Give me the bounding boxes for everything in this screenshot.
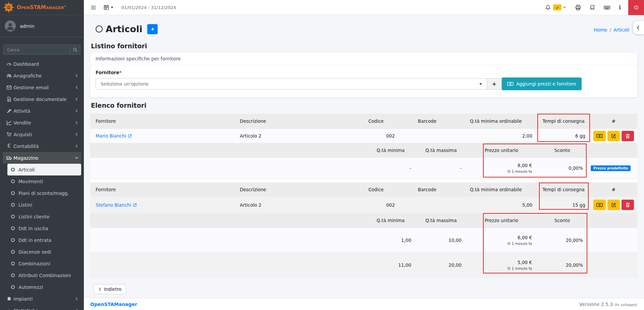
add-price-supplier-button[interactable]: Aggiungi prezzi e fornitore — [502, 78, 582, 90]
navbar-right-group: i — [545, 0, 644, 15]
updated-timestamp: 1 minuto fa — [507, 169, 532, 173]
table-gap — [90, 179, 637, 183]
keyboard-icon[interactable] — [604, 5, 610, 10]
circle-icon — [11, 262, 15, 265]
registered-mark: ® — [64, 5, 66, 8]
main-area: 01/01/2024 - 31/12/2024 i Articoli — [84, 0, 644, 310]
sidebar-item-magazzino[interactable]: Magazzino — [3, 152, 81, 164]
col-header-prezzo-unitario: Prezzo unitario — [466, 218, 537, 223]
user-panel[interactable]: admin — [0, 15, 84, 37]
qta-minima-cell: 11,00 — [365, 262, 416, 268]
codice-cell: 002 — [353, 133, 399, 139]
fornitore-card: Informazioni specifiche per fornitore Fo… — [90, 53, 637, 97]
sidebar-subitem-piani-di-sconto[interactable]: Piani di sconto/magg. — [7, 187, 81, 199]
bell-icon[interactable] — [545, 5, 551, 10]
book-icon[interactable] — [590, 5, 595, 10]
hamburger-icon[interactable] — [91, 5, 96, 10]
external-link-icon — [128, 134, 132, 138]
power-icon — [634, 5, 639, 10]
col-header-qta-minima-ordinabile: Q.tà minima ordinabile — [455, 118, 537, 124]
sidebar-subitem-giacenze-sedi[interactable]: Giacenze sedi — [7, 246, 81, 258]
updated-timestamp: 1 minuto fa — [507, 266, 532, 270]
supplier-link[interactable]: Mario Bianchi — [96, 133, 132, 139]
edit-button[interactable] — [607, 200, 620, 210]
sidebar-subitem-movimenti[interactable]: Movimenti — [7, 175, 81, 187]
fornitore-label: Fornitore* — [96, 70, 121, 75]
brand-name: OpenSTAManager® — [17, 4, 66, 10]
sidebar-item-vendite[interactable]: Vendite — [3, 117, 81, 128]
footer-brand-link[interactable]: OpenSTAManager — [90, 302, 137, 307]
check-badge[interactable] — [553, 4, 561, 10]
add-article-button[interactable]: + — [147, 24, 158, 34]
date-range[interactable]: 01/01/2024 - 31/12/2024 — [121, 5, 176, 10]
caret-down-icon — [111, 7, 113, 8]
updated-timestamp: 1 minuto fa — [507, 242, 532, 246]
tempi-di-consegna-cell: 15 gg — [537, 202, 590, 208]
back-button[interactable]: Indietro — [94, 284, 126, 294]
sidebar: OSM OpenSTAManager® admin — [0, 0, 84, 310]
sidebar-subitem-automezzi[interactable]: Automezzi — [7, 281, 81, 293]
qta-minima-ordinabile-cell: 2,00 — [455, 133, 537, 139]
col-header-barcode: Barcode — [399, 118, 455, 124]
col-header-descrizione: Descrizione — [234, 187, 353, 192]
col-header-qta-minima-ordinabile: Q.tà minima ordinabile — [455, 187, 537, 192]
sidebar-subitem-ddt-in-uscita[interactable]: Ddt in uscita — [7, 222, 81, 234]
tempi-di-consegna-cell: 6 gg — [537, 133, 590, 139]
sidebar-subitem-articoli[interactable]: Articoli — [7, 164, 81, 175]
breadcrumb-home-link[interactable]: Home — [594, 27, 607, 33]
truck-icon — [5, 155, 13, 161]
page-footer: OpenSTAManager Versione 2.5.3 (In svilup… — [84, 298, 644, 310]
table-header-row: Fornitore Descrizione Codice Barcode Q.t… — [90, 114, 637, 129]
sidebar-subitem-ddt-in-entrata[interactable]: Ddt in entrata — [7, 234, 81, 246]
chevron-left-icon — [75, 74, 78, 78]
search-button[interactable] — [70, 45, 80, 55]
circle-icon — [11, 238, 15, 242]
descrizione-cell: Articolo 2 — [234, 133, 353, 139]
prices-button[interactable] — [593, 131, 606, 141]
logout-power-button[interactable] — [628, 0, 644, 15]
sidebar-item-anagrafiche[interactable]: Anagrafiche — [3, 70, 81, 82]
sidebar-item-attivita[interactable]: Attività — [3, 105, 81, 117]
collapse-panel-button[interactable] — [633, 21, 644, 34]
edit-button[interactable] — [607, 131, 620, 141]
printer-icon[interactable] — [575, 5, 581, 10]
brand[interactable]: OSM OpenSTAManager® — [0, 0, 84, 15]
breadcrumb-current-link[interactable]: Articoli — [613, 27, 629, 33]
sidebar-item-dashboard[interactable]: Dashboard — [3, 58, 81, 70]
calendar-icon — [104, 5, 109, 10]
sidebar-subitem-listini[interactable]: Listini — [7, 199, 81, 211]
delete-button[interactable] — [622, 200, 634, 210]
caret-down-icon[interactable] — [563, 7, 566, 8]
sidebar-subitem-listini-cliente[interactable]: Listini cliente — [7, 211, 81, 222]
search-input[interactable] — [3, 45, 70, 55]
prices-button[interactable] — [593, 200, 606, 210]
supplier-link[interactable]: Stefano Bianchi — [96, 202, 137, 208]
prezzo-unitario-cell: 8,00 € 1 minuto fa — [466, 163, 537, 173]
sidebar-item-gestione-email[interactable]: Gestione email — [3, 82, 81, 93]
circle-icon — [11, 203, 15, 207]
sidebar-subitem-combinazioni[interactable]: Combinazioni — [7, 258, 81, 269]
calendar-button[interactable] — [104, 5, 113, 10]
sidebar-item-gestione-documentale[interactable]: Gestione documentale — [3, 93, 81, 105]
add-fornitore-button[interactable]: + — [487, 78, 502, 90]
banknote-icon — [507, 82, 514, 86]
clock-icon — [507, 267, 511, 270]
col-header-actions: # — [590, 187, 637, 192]
col-header-descrizione: Descrizione — [234, 118, 353, 124]
info-icon[interactable]: i — [619, 4, 621, 11]
sidebar-item-impianti[interactable]: Impianti — [3, 293, 81, 305]
required-asterisk: * — [119, 70, 121, 75]
sconto-cell: 20,00% — [537, 238, 588, 243]
col-header-prezzo-unitario: Prezzo unitario — [466, 148, 537, 153]
sidebar-item-contabilita[interactable]: € Contabilità — [3, 140, 81, 152]
caret-down-icon — [479, 83, 482, 85]
fornitore-select[interactable]: Seleziona un'opzione — [96, 78, 487, 90]
delete-button[interactable] — [622, 131, 634, 141]
users-icon — [5, 73, 13, 79]
chevron-left-icon — [98, 287, 102, 291]
listino-heading: Listino fornitori — [91, 42, 147, 50]
sidebar-search — [3, 45, 80, 55]
sidebar-item-acquisti[interactable]: Acquisti — [3, 128, 81, 140]
sidebar-item-statistiche[interactable]: Statistiche — [3, 305, 81, 310]
sidebar-subitem-attributi-combinazioni[interactable]: Attributi Combinazioni — [7, 269, 81, 281]
